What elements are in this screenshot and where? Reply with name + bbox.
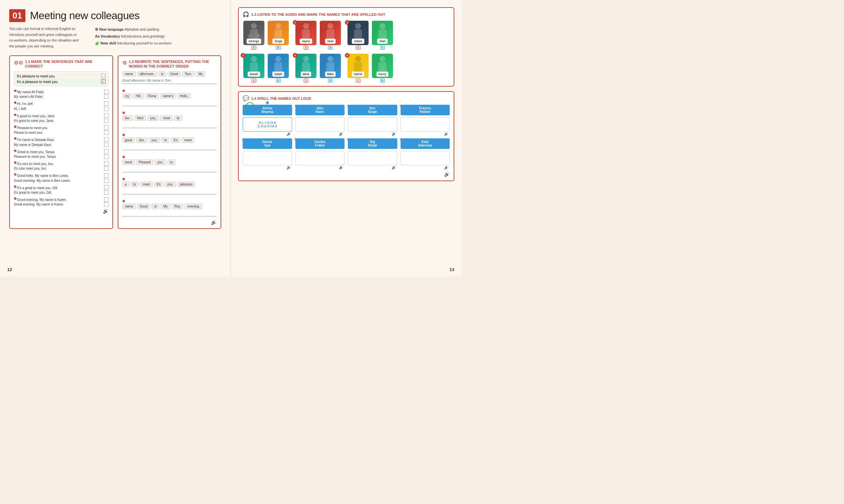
audio-dev[interactable]: 🔊 — [392, 132, 396, 136]
label-b-mike: B — [328, 79, 333, 83]
pair-7: ❼It's nice to meet you, too. It's nice m… — [14, 161, 108, 171]
example-chips: name afternoon. is Good Tom. My — [122, 71, 217, 77]
pair-9: ❾It's a great to meet you, Gill. It's gr… — [14, 185, 108, 195]
svg-rect-7 — [302, 29, 310, 38]
ex2-example: name afternoon. is Good Tom. My Good aft… — [122, 71, 217, 84]
audio-icon-4[interactable]: 🔊 — [444, 172, 450, 177]
cb-2b[interactable] — [104, 107, 108, 111]
rewrite-6: ❻ name Good is My Roy. evening. — [122, 198, 217, 216]
spell-card-zandra: 5 ZandraFellini 🔊 — [295, 138, 345, 165]
svg-rect-21 — [326, 62, 334, 71]
label-a-adam: A — [356, 46, 361, 50]
cb-1a[interactable] — [104, 90, 108, 94]
left-page: 01 Meeting new colleagues You can use fo… — [0, 0, 231, 277]
ex4-header: 💬 1.4 SPELL THE NAMES OUT LOUD — [243, 95, 450, 102]
spell-box-francis[interactable]: 🔊 — [400, 117, 450, 132]
cb-3b[interactable] — [104, 119, 108, 123]
exercise-1-4: 💬 1.4 SPELL THE NAMES OUT LOUD AlishaSha… — [238, 91, 454, 181]
audio-hansa[interactable]: 🔊 — [287, 165, 291, 170]
group-num-2: 2 — [345, 20, 349, 25]
cb-7b[interactable] — [104, 166, 108, 170]
name-badge-mick: Mick — [301, 71, 311, 77]
cb-7a[interactable] — [104, 161, 108, 166]
name-tag-francis: FrancisPalmer — [400, 105, 450, 115]
cb-3a[interactable] — [104, 113, 108, 118]
answer-3[interactable] — [122, 145, 217, 150]
label-a-sarah: A — [252, 79, 257, 83]
audio-katy[interactable]: 🔊 — [444, 165, 449, 170]
pair-8: ❽Good hello. My name is Ben Lewis. Good … — [14, 173, 108, 183]
label-a-mick: A — [304, 79, 309, 83]
rewrite-5: ❺ a to meet It's you. pleasure — [122, 176, 217, 194]
name-tag-zandra: ZandraFellini — [295, 138, 345, 149]
skill-newskill: 🧩 New skill Introducing yourself to co-w… — [95, 40, 171, 47]
card-carrie: Carrie A — [347, 54, 369, 83]
name-badge-sarah: Sarah — [247, 71, 260, 77]
answer-5[interactable] — [122, 189, 217, 194]
audio-raj[interactable]: 🔊 — [392, 165, 396, 170]
spell-box-dev[interactable]: 🔊 — [348, 117, 397, 132]
spell-card-katy: 7 KatyAdenova 🔊 — [400, 138, 450, 165]
audio-alex[interactable]: 🔊 — [339, 132, 344, 136]
card-group-mick: 4 Mick A — [295, 54, 342, 83]
svg-point-12 — [379, 23, 385, 29]
checkbox-example-2[interactable]: ✓ — [101, 79, 105, 84]
ex3-title: 1.3 LISTEN TO THE AUDIO AND MARK THE NAM… — [251, 13, 385, 16]
card-group-jayne: 1 Jayne A — [295, 21, 342, 50]
audio-francis[interactable]: 🔊 — [444, 132, 449, 136]
cb-6b[interactable] — [104, 155, 108, 159]
answer-2[interactable] — [122, 123, 217, 128]
ex1-title: 1.1 MARK THE SENTENCES THAT ARE CORRECT — [25, 59, 108, 69]
checkbox-example-1[interactable] — [101, 74, 105, 78]
answer-4[interactable] — [122, 167, 217, 172]
answer-6[interactable] — [122, 211, 217, 216]
name-badge-jayne: Jayne — [300, 38, 312, 44]
group-num-1: 1 — [293, 20, 297, 25]
svg-point-4 — [275, 23, 281, 29]
cb-8a[interactable] — [104, 173, 108, 178]
spell-box-hansa[interactable]: 🔊 — [243, 151, 292, 165]
name-badge-george: George — [247, 38, 261, 44]
cb-8b[interactable] — [104, 179, 108, 183]
name-badge-kerry: Kerry — [377, 71, 389, 77]
audio-icon-1[interactable]: 🔊 — [103, 209, 108, 214]
cb-10b[interactable] — [104, 202, 108, 206]
cb-6a[interactable] — [104, 149, 108, 154]
cb-10a[interactable] — [104, 197, 108, 202]
card-jayne: Jayne A — [295, 21, 317, 50]
svg-rect-3 — [257, 34, 260, 38]
ex1-header: ⚙ 1.1 MARK THE SENTENCES THAT ARE CORREC… — [14, 59, 108, 69]
rewrite-3: ❸ good Jim. you, to It's meet — [122, 131, 217, 150]
cb-4b[interactable] — [104, 130, 108, 135]
svg-rect-17 — [274, 62, 282, 71]
cb-9a[interactable] — [104, 185, 108, 190]
group-num-5: 5 — [345, 53, 349, 58]
cb-2a[interactable] — [104, 102, 108, 106]
audio-icon-2[interactable]: 🔊 — [211, 220, 217, 225]
svg-point-8 — [327, 23, 333, 29]
answer-1[interactable] — [122, 101, 217, 106]
spell-box-raj[interactable]: 🔊 — [348, 151, 397, 165]
audio-alisha[interactable]: 🔊 — [287, 132, 291, 136]
spell-card-alisha: AlishaSharma A-L-I-S-H-AS-H-A-R-M-A 🔊 — [243, 105, 292, 132]
spell-box-katy[interactable]: 🔊 — [400, 151, 450, 165]
card-kerry: Kerry B — [371, 54, 394, 83]
info-row: You can use formal or informal English t… — [9, 26, 221, 49]
cb-5a[interactable] — [104, 137, 108, 142]
exercise-1-2: ⚙ 1.2 REWRITE THE SENTENCES, PUTTING THE… — [118, 55, 222, 229]
cb-5b[interactable] — [104, 143, 108, 147]
pair-1: ❶My name Ali Patel. My name's Ali Patel. — [14, 89, 108, 99]
card-adam: Adam A — [347, 21, 369, 50]
card-sarah: Sarah A — [243, 54, 265, 83]
cb-4a[interactable] — [104, 126, 108, 130]
group-num-3: 3 — [241, 53, 245, 58]
cb-9b[interactable] — [104, 191, 108, 195]
spell-box-alex[interactable]: 🔊 — [295, 117, 345, 132]
rewrite-4: ❹ meet Pleased you. to — [122, 154, 217, 172]
svg-point-16 — [275, 56, 281, 62]
svg-rect-19 — [302, 62, 310, 71]
audio-zandra[interactable]: 🔊 — [339, 165, 344, 170]
spell-card-francis: 3 FrancisPalmer 🔊 — [400, 105, 450, 132]
cb-1b[interactable] — [104, 94, 108, 99]
spell-box-zandra[interactable]: 🔊 — [295, 151, 345, 165]
